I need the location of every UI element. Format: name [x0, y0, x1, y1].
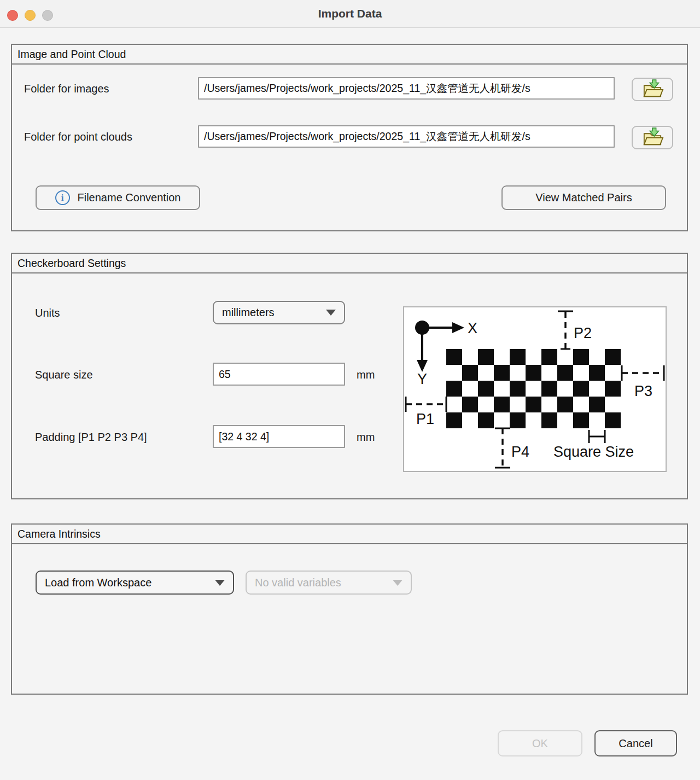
padding-unit: mm — [357, 431, 375, 444]
chevron-down-icon — [215, 580, 225, 586]
folder-for-images-label: Folder for images — [24, 83, 109, 95]
section-title-camera-intrinsics: Camera Intrinsics — [12, 525, 687, 544]
diagram-square-size-label: Square Size — [553, 444, 634, 460]
cancel-button[interactable]: Cancel — [594, 730, 677, 756]
x-axis-arrow-icon — [452, 322, 464, 333]
open-folder-icon — [641, 127, 664, 149]
p2-label: P2 — [574, 325, 592, 341]
intrinsics-source-dropdown[interactable]: Load from Workspace — [36, 571, 234, 595]
units-dropdown[interactable]: millimeters — [213, 301, 345, 324]
browse-images-button[interactable] — [632, 78, 673, 101]
checkerboard-diagram: X Y P2 P3 P1 — [403, 306, 667, 472]
section-title-image-point-cloud: Image and Point Cloud — [12, 45, 687, 65]
p3-label: P3 — [634, 383, 652, 399]
filename-convention-label: Filename Convention — [78, 191, 181, 204]
square-size-label: Square size — [35, 369, 93, 381]
p4-label: P4 — [511, 444, 529, 460]
chevron-down-icon — [393, 580, 402, 586]
x-axis-label: X — [468, 320, 477, 336]
checkerboard-squares — [446, 349, 621, 428]
p1-label: P1 — [416, 411, 434, 427]
folder-for-point-clouds-label: Folder for point clouds — [24, 131, 132, 143]
section-title-checkerboard-settings: Checkerboard Settings — [12, 254, 687, 273]
cancel-label: Cancel — [619, 737, 652, 750]
view-matched-pairs-button[interactable]: View Matched Pairs — [501, 185, 666, 210]
filename-convention-button[interactable]: i Filename Convention — [36, 185, 200, 210]
y-axis-arrow-icon — [417, 360, 428, 372]
section-image-and-point-cloud: Image and Point Cloud Folder for images … — [11, 44, 688, 231]
window-title: Import Data — [0, 7, 700, 20]
y-axis-label: Y — [417, 371, 427, 387]
info-icon: i — [55, 190, 70, 205]
import-data-dialog: Import Data Image and Point Cloud Folder… — [0, 0, 700, 780]
ok-label: OK — [532, 737, 548, 750]
ok-button-disabled: OK — [498, 730, 582, 756]
section-checkerboard-settings: Checkerboard Settings Units millimeters … — [11, 253, 688, 499]
titlebar: Import Data — [0, 0, 700, 28]
padding-label: Padding [P1 P2 P3 P4] — [35, 431, 147, 444]
section-camera-intrinsics: Camera Intrinsics Load from Workspace No… — [11, 523, 688, 695]
units-dropdown-value: millimeters — [222, 306, 275, 319]
browse-point-clouds-button[interactable] — [632, 126, 673, 149]
intrinsics-source-value: Load from Workspace — [45, 577, 151, 589]
square-size-unit: mm — [357, 369, 375, 381]
open-folder-icon — [641, 79, 664, 101]
intrinsics-variables-dropdown-disabled: No valid variables — [246, 571, 412, 595]
folder-for-images-input[interactable] — [198, 77, 615, 100]
square-size-input[interactable] — [213, 363, 345, 386]
intrinsics-variables-value: No valid variables — [255, 577, 341, 589]
chevron-down-icon — [326, 310, 336, 316]
units-label: Units — [35, 307, 60, 319]
padding-input[interactable] — [213, 425, 345, 448]
view-matched-pairs-label: View Matched Pairs — [535, 191, 632, 204]
folder-for-point-clouds-input[interactable] — [198, 125, 615, 148]
